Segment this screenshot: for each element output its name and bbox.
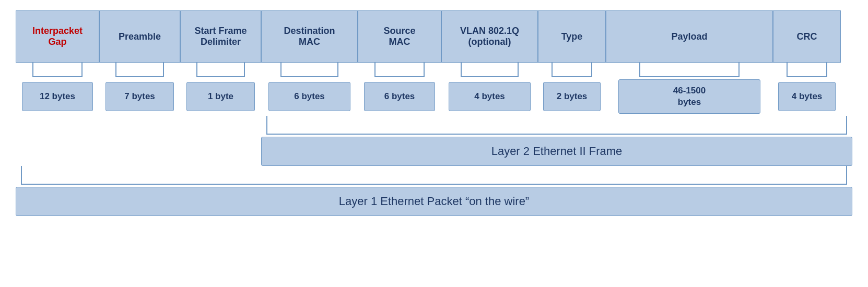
bytes-sfd: 1 byte [180,79,261,114]
header-vlan: VLAN 802.1Q(optional) [441,10,538,63]
header-crc: CRC [773,10,841,63]
bytes-src-mac: 6 bytes [358,79,441,114]
bytes-vlan: 4 bytes [441,79,538,114]
header-sfd: Start FrameDelimiter [180,10,261,63]
bytes-row: 12 bytes 7 bytes 1 byte 6 bytes 6 bytes … [16,77,852,116]
bracket-type [538,63,606,77]
layer1-box: Layer 1 Ethernet Packet “on the wire” [16,187,852,216]
bracket-dst-mac [261,63,358,77]
header-type: Type [538,10,606,63]
header-payload: Payload [606,10,773,63]
bytes-dst-mac: 6 bytes [261,79,358,114]
bytes-box-sfd: 1 byte [186,82,255,111]
bracket-sfd [180,63,261,77]
bracket-interpacket [16,63,99,77]
bytes-box-type: 2 bytes [543,82,601,111]
bracket-preamble [99,63,180,77]
l2-bracket-span [261,116,852,135]
ethernet-frame-diagram: InterpacketGap Preamble Start FrameDelim… [16,10,852,216]
bytes-crc: 4 bytes [773,79,841,114]
bracket-src-mac [358,63,441,77]
bytes-box-payload: 46-1500bytes [618,79,760,114]
bytes-payload: 46-1500bytes [606,79,773,114]
bytes-box-preamble: 7 bytes [105,82,174,111]
l1-bracket-inner [16,166,852,185]
bytes-box-src-mac: 6 bytes [364,82,435,111]
l2-row-spacer [16,137,261,166]
bytes-box-interpacket: 12 bytes [22,82,93,111]
top-bracket-row [16,63,852,77]
header-interpacket: InterpacketGap [16,10,99,63]
header-row: InterpacketGap Preamble Start FrameDelim… [16,10,852,63]
layer2-label: Layer 2 Ethernet II Frame [491,145,623,158]
bytes-box-crc: 4 bytes [778,82,836,111]
l1-row: Layer 1 Ethernet Packet “on the wire” [16,185,852,216]
l1-bracket-row [16,166,852,185]
header-preamble: Preamble [99,10,180,63]
bytes-interpacket: 12 bytes [16,79,99,114]
l2-row: Layer 2 Ethernet II Frame [16,137,852,166]
layer2-box: Layer 2 Ethernet II Frame [261,137,852,166]
l2-bracket-row [16,116,852,135]
bracket-crc [773,63,841,77]
bytes-box-dst-mac: 6 bytes [268,82,350,111]
bytes-type: 2 bytes [538,79,606,114]
bytes-preamble: 7 bytes [99,79,180,114]
bytes-box-vlan: 4 bytes [449,82,531,111]
header-dst-mac: DestinationMAC [261,10,358,63]
header-src-mac: SourceMAC [358,10,441,63]
layer1-label: Layer 1 Ethernet Packet “on the wire” [339,195,529,208]
bracket-payload [606,63,773,77]
l2-bracket-spacer [16,116,261,135]
bracket-vlan [441,63,538,77]
